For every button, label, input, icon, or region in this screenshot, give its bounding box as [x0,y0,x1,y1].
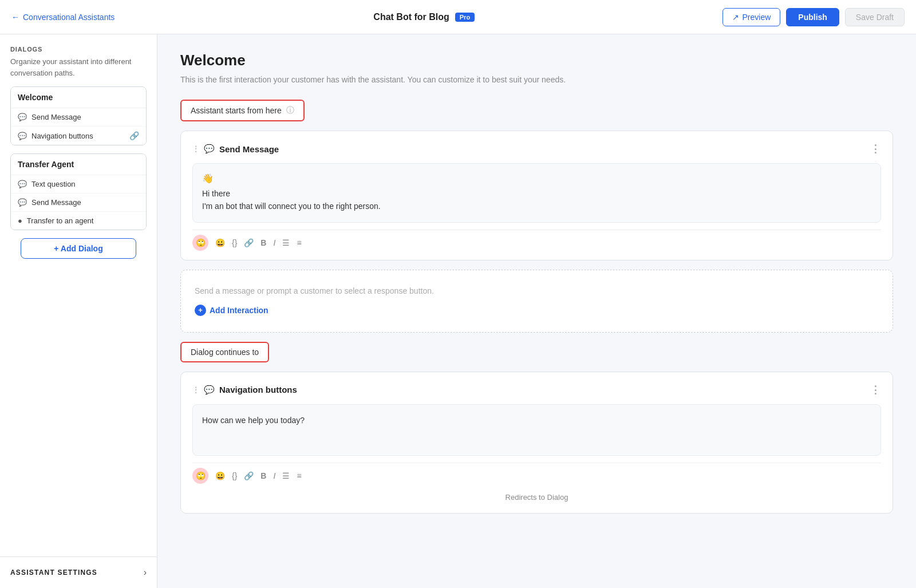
flow-container: Assistant starts from here ⓘ ⋮ 💬 Send Me… [180,100,893,514]
code-icon[interactable]: {} [232,238,237,247]
nav-buttons-card-header: ⋮ 💬 Navigation buttons ⋮ [192,384,881,396]
external-link-icon: ↗ [732,13,739,22]
circle-icon: ● [18,216,22,225]
nav-buttons-title: Navigation buttons [219,385,297,394]
chevron-right-icon: › [144,567,147,578]
chat-icon-4: 💬 [18,198,27,207]
dialogs-description: Organize your assistant into different c… [10,56,147,78]
code-icon-2[interactable]: {} [232,471,237,480]
send-message-title: Send Message [219,144,279,154]
pro-badge: Pro [455,13,475,22]
italic-icon-2[interactable]: I [273,471,275,480]
add-interaction-label: Add Interaction [210,306,269,315]
nav-buttons-card: ⋮ 💬 Navigation buttons ⋮ How can we help… [180,372,893,514]
sidebar-send-message-label: Send Message [31,113,81,121]
add-dialog-button[interactable]: + Add Dialog [21,238,136,259]
preview-button[interactable]: ↗ Preview [722,8,781,26]
unordered-list-icon[interactable]: ≡ [297,238,301,247]
ordered-list-icon-2[interactable]: ☰ [282,471,290,480]
send-message-2-label: Send Message [31,198,81,207]
redirects-label: Redirects to Dialog [192,493,881,502]
chat-icon-3: 💬 [18,180,27,188]
bold-icon-2[interactable]: B [260,471,266,480]
transfer-agent-card-title[interactable]: Transfer Agent [11,154,146,175]
header-actions: ↗ Preview Publish Save Draft [722,8,905,26]
drag-handle-icon[interactable]: ⋮ [192,145,199,153]
header: ← Conversational Assistants Chat Bot for… [0,0,916,34]
send-message-text[interactable]: Hi thereI'm an bot that will connect you… [202,187,871,213]
dialogs-label: DIALOGS [10,46,147,53]
header-center: Chat Bot for Blog Pro [126,12,722,22]
send-message-card-header: ⋮ 💬 Send Message ⋮ [192,143,881,155]
sidebar-item-transfer-agent[interactable]: ● Transfer to an agent [11,212,146,230]
publish-button[interactable]: Publish [786,8,839,26]
empty-card-text: Send a message or prompt a customer to s… [195,286,879,295]
start-label-text: Assistant starts from here [191,106,282,115]
sidebar: DIALOGS Organize your assistant into dif… [0,34,157,588]
unordered-list-icon-2[interactable]: ≡ [297,471,301,480]
nav-buttons-toolbar: 🙄 😀 {} 🔗 B I ☰ ≡ [192,463,881,484]
assistant-settings-section[interactable]: ASSISTANT SETTINGS › [0,557,157,588]
drag-handle-icon-2[interactable]: ⋮ [192,386,199,394]
sidebar-item-send-message[interactable]: 💬 Send Message [11,108,146,127]
more-options-icon[interactable]: ⋮ [870,143,881,155]
sidebar-item-send-message-2[interactable]: 💬 Send Message [11,194,146,212]
chat-icon-2: 💬 [18,132,27,140]
italic-icon[interactable]: I [273,238,275,247]
sidebar-item-text-question[interactable]: 💬 Text question [11,175,146,194]
ordered-list-icon[interactable]: ☰ [282,238,290,247]
welcome-dialog-card: Welcome 💬 Send Message 💬 Navigation butt… [10,86,147,145]
send-message-card: ⋮ 💬 Send Message ⋮ 👋 Hi thereI'm an bot … [180,131,893,261]
app-container: ← Conversational Assistants Chat Bot for… [0,0,916,588]
back-arrow-icon: ← [11,13,19,22]
back-label: Conversational Assistants [23,13,114,22]
page-title: Welcome [180,52,893,69]
header-title: Chat Bot for Blog [373,12,449,22]
sidebar-nav-buttons-label: Navigation buttons [31,132,93,140]
emoji-icon[interactable]: 😀 [215,238,225,247]
avatar-icon-2: 🙄 [192,468,208,484]
save-draft-button[interactable]: Save Draft [845,8,905,26]
assistant-settings-label: ASSISTANT SETTINGS [10,569,97,577]
bold-icon[interactable]: B [260,238,266,247]
message-toolbar: 🙄 😀 {} 🔗 B I ☰ ≡ [192,230,881,251]
add-interaction-button[interactable]: + Add Interaction [195,305,269,316]
chat-bubble-icon-2: 💬 [204,385,215,395]
dialog-continues-box: Dialog continues to [180,342,269,362]
sidebar-item-nav-buttons[interactable]: 💬 Navigation buttons 🔗 [11,127,146,145]
link-toolbar-icon[interactable]: 🔗 [244,238,254,247]
wave-emoji: 👋 [202,173,871,184]
plus-circle-icon: + [195,305,206,316]
page-description: This is the first interaction your custo… [180,74,893,86]
more-options-icon-2[interactable]: ⋮ [870,384,881,396]
start-label-box: Assistant starts from here ⓘ [180,100,305,121]
send-message-bubble[interactable]: 👋 Hi thereI'm an bot that will connect y… [192,163,881,223]
back-link[interactable]: ← Conversational Assistants [11,13,126,22]
info-icon: ⓘ [286,105,294,116]
text-question-label: Text question [31,180,76,188]
empty-interaction-card: Send a message or prompt a customer to s… [180,270,893,333]
main-content: Welcome This is the first interaction yo… [157,34,916,588]
nav-buttons-bubble[interactable]: How can we help you today? [192,404,881,456]
main-layout: DIALOGS Organize your assistant into dif… [0,34,916,588]
emoji-icon-2[interactable]: 😀 [215,471,225,480]
transfer-agent-label: Transfer to an agent [27,216,94,225]
nav-buttons-text[interactable]: How can we help you today? [202,414,871,427]
dialog-continues-text: Dialog continues to [191,348,259,357]
welcome-card-title[interactable]: Welcome [11,87,146,108]
chat-icon-1: 💬 [18,113,27,121]
transfer-agent-dialog-card: Transfer Agent 💬 Text question 💬 Send Me… [10,153,147,230]
link-icon: 🔗 [129,131,139,140]
avatar-icon: 🙄 [192,235,208,251]
link-toolbar-icon-2[interactable]: 🔗 [244,471,254,480]
sidebar-top: DIALOGS Organize your assistant into dif… [0,34,157,273]
chat-bubble-icon: 💬 [204,144,215,154]
